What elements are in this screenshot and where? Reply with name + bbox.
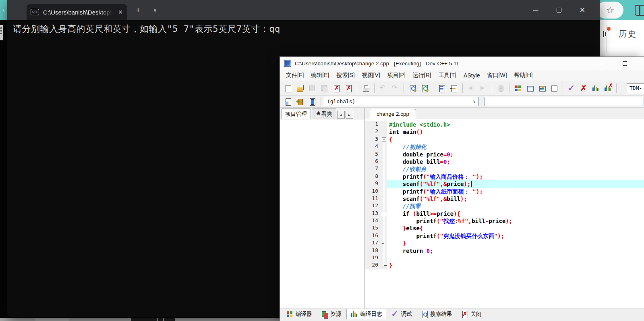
taskbar[interactable] — [0, 318, 280, 321]
code-line[interactable]: 8 printf("输入商品价格： "); — [365, 173, 644, 180]
line-number[interactable]: 13 — [365, 210, 381, 217]
tab-project-manager[interactable]: 项目管理 — [281, 108, 311, 119]
line-number[interactable]: 4 — [365, 143, 381, 150]
project-options-button[interactable] — [536, 83, 548, 94]
line-number[interactable]: 3 — [365, 136, 381, 143]
browser-back-strip[interactable] — [0, 0, 7, 20]
code-line[interactable]: 7 //收银台 — [365, 165, 644, 173]
minimize-button[interactable] — [524, 0, 547, 20]
fold-marker[interactable] — [381, 232, 387, 240]
fold-marker[interactable] — [381, 202, 387, 210]
line-number[interactable]: 18 — [365, 247, 381, 254]
line-number[interactable]: 2 — [365, 128, 381, 135]
fold-marker[interactable] — [381, 240, 387, 247]
compile-and-run-button[interactable] — [602, 83, 613, 94]
compile-button[interactable] — [566, 83, 577, 94]
line-number[interactable]: 9 — [365, 180, 381, 188]
fold-marker[interactable] — [381, 254, 387, 262]
code-line[interactable]: 20} — [365, 262, 644, 269]
bottom-tab-search-results[interactable]: 搜索结果 — [417, 309, 456, 319]
window-layout-button[interactable] — [549, 83, 560, 94]
bottom-tab-resources[interactable]: 资源 — [317, 309, 345, 319]
line-number[interactable]: 6 — [365, 158, 381, 165]
code-line[interactable]: 15 }else{ — [365, 225, 644, 232]
menu-help[interactable]: 帮助[H] — [511, 71, 536, 80]
tab-close-icon[interactable] — [116, 8, 125, 17]
compiler-dropdown[interactable]: TDM- — [627, 83, 644, 93]
tab-scroll-right-icon[interactable]: ▸ — [346, 111, 353, 119]
replace-button[interactable] — [419, 83, 430, 94]
menu-tools[interactable]: 工具[T] — [435, 71, 460, 80]
devcpp-titlebar[interactable]: C:\Users\banish\Desktop\change 2.cpp - [… — [280, 57, 644, 70]
menu-search[interactable]: 搜索[S] — [333, 71, 358, 80]
code-line[interactable]: 13 if (bill>=price){ — [365, 210, 644, 217]
toggle-bookmark-button[interactable] — [294, 96, 306, 107]
fold-marker[interactable] — [381, 180, 387, 188]
fold-marker[interactable] — [381, 188, 387, 195]
line-number[interactable]: 16 — [365, 232, 381, 240]
close-button[interactable] — [571, 0, 594, 20]
members-dropdown[interactable] — [485, 97, 644, 106]
code-line[interactable]: 4 //初始化 — [365, 143, 644, 150]
line-number[interactable]: 7 — [365, 165, 381, 173]
code-line[interactable]: 18 return 0; — [365, 247, 644, 254]
menu-project[interactable]: 项目[P] — [384, 71, 409, 80]
menu-view[interactable]: 视图[V] — [358, 71, 384, 80]
maximize-button[interactable] — [547, 0, 571, 20]
project-panel-body[interactable] — [280, 119, 364, 308]
maximize-button[interactable] — [623, 61, 627, 66]
globals-dropdown[interactable]: (globals) ∨ — [324, 97, 479, 106]
line-number[interactable]: 19 — [365, 254, 381, 262]
bottom-tab-debug[interactable]: 调试 — [387, 309, 416, 319]
code-line[interactable]: 16 printf("穷鬼没钱买什么东西"); — [365, 232, 644, 240]
bottom-tab-compile-log[interactable]: 编译日志 — [346, 309, 386, 319]
open-button[interactable] — [294, 83, 306, 94]
code-line[interactable]: 2int main() — [365, 128, 644, 135]
tab-dropdown-icon[interactable] — [150, 5, 160, 15]
fold-marker[interactable] — [381, 225, 387, 232]
close-all-button[interactable] — [343, 83, 354, 94]
line-number[interactable]: 11 — [365, 195, 381, 202]
code-line[interactable]: 19 — [365, 254, 644, 262]
open-project-button[interactable] — [524, 83, 536, 94]
new-tab-button[interactable] — [133, 5, 143, 15]
code-line[interactable]: 5 double price=0; — [365, 151, 644, 158]
fold-marker[interactable] — [381, 158, 387, 165]
fold-marker[interactable] — [381, 143, 387, 150]
fold-marker[interactable] — [381, 195, 387, 202]
goto-bookmark-button[interactable] — [306, 96, 318, 107]
goto-line-button[interactable] — [448, 83, 460, 94]
fold-marker[interactable] — [381, 217, 387, 225]
code-line[interactable]: 11 scanf("%lf",&bill); — [365, 195, 644, 202]
line-number[interactable]: 17 — [365, 240, 381, 247]
line-number[interactable]: 1 — [365, 121, 381, 128]
terminal-tab[interactable]: C:\ C:\Users\banish\Desktop\chan — [27, 4, 127, 20]
menu-edit[interactable]: 编辑[E] — [307, 71, 333, 80]
fold-marker[interactable] — [381, 210, 387, 217]
minimize-button[interactable] — [599, 60, 604, 67]
close-file-button[interactable] — [331, 83, 342, 94]
code-line[interactable]: 10 printf("输入纸币面额： "); — [365, 188, 644, 195]
abort-button[interactable] — [578, 83, 589, 94]
history-label[interactable]: 历史 — [619, 29, 637, 40]
print-button[interactable] — [360, 83, 371, 94]
bottom-tab-compiler[interactable]: 编译器 — [282, 309, 316, 319]
code-line[interactable]: 14 printf("找您:%f",bill-price); — [365, 217, 644, 225]
menu-execute[interactable]: 运行[R] — [409, 71, 435, 80]
new-source-button[interactable] — [282, 83, 294, 94]
find-button[interactable] — [407, 83, 418, 94]
bottom-tab-close-panel[interactable]: 关闭 — [457, 309, 485, 319]
line-number[interactable]: 14 — [365, 217, 381, 225]
terminal-output[interactable]: 请分别输入身高的英尺和英寸，如输入"5 7"表示5英尺7英寸：qq — [7, 20, 600, 38]
menu-file[interactable]: 文件[F] — [282, 71, 307, 80]
run-button[interactable] — [590, 83, 601, 94]
code-line[interactable]: 17 } — [365, 240, 644, 247]
fold-marker[interactable] — [381, 173, 387, 180]
menu-window[interactable]: 窗口[W] — [484, 71, 511, 80]
goto-function-button[interactable] — [436, 83, 447, 94]
line-number[interactable]: 15 — [365, 225, 381, 232]
tab-class-browser[interactable]: 查看类 — [312, 108, 336, 119]
fold-marker[interactable] — [381, 247, 387, 254]
sidebar-panel-icon[interactable] — [635, 5, 644, 16]
editor-tab[interactable]: change 2.cpp — [370, 109, 416, 119]
